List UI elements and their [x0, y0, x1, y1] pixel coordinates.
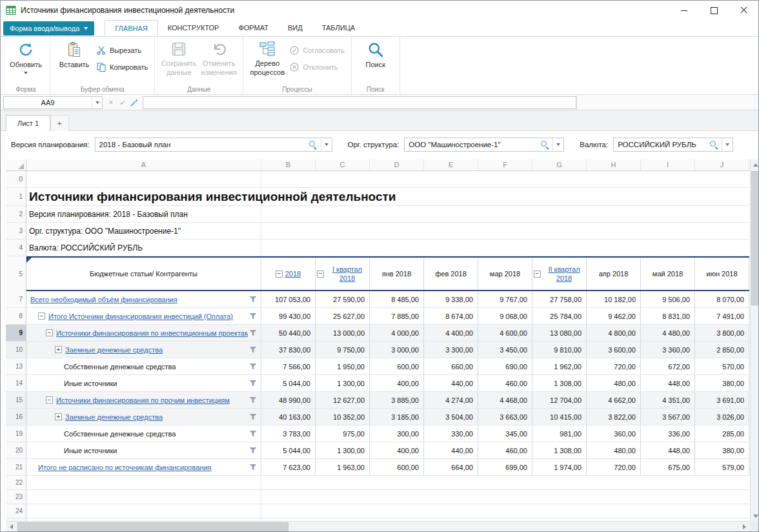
close-button[interactable] [729, 1, 758, 20]
column-header-A[interactable]: A [26, 159, 261, 170]
filter-icon[interactable] [249, 347, 257, 353]
value-cell[interactable]: 3 360,00 [641, 342, 695, 358]
value-cell[interactable]: 13 080,00 [532, 325, 587, 341]
value-cell[interactable]: 1 308,00 [532, 375, 587, 391]
value-cell[interactable]: 440,00 [424, 375, 478, 391]
value-cell[interactable]: 3 450,00 [478, 342, 532, 358]
value-cell[interactable]: 9 338,00 [424, 291, 478, 307]
expand-icon[interactable]: + [55, 346, 62, 353]
row-header[interactable]: 10 [6, 342, 26, 358]
value-cell[interactable]: 3 000,00 [370, 342, 424, 358]
row-header[interactable]: 9 [6, 325, 26, 341]
row-header[interactable]: 7 [6, 291, 26, 307]
value-cell[interactable]: 1 962,00 [532, 358, 587, 374]
select-all-corner[interactable] [6, 159, 26, 170]
add-sheet-tab[interactable]: + [50, 115, 68, 131]
value-cell[interactable]: 3 300,00 [424, 342, 478, 358]
refresh-button[interactable]: Обновить [6, 39, 46, 86]
row-header[interactable]: 20 [6, 442, 26, 458]
maximize-button[interactable] [699, 1, 729, 20]
chevron-down-icon[interactable] [321, 138, 332, 151]
header-cell[interactable]: −2018 [261, 258, 316, 290]
value-cell[interactable]: 440,00 [424, 442, 478, 458]
value-cell[interactable]: 300,00 [370, 425, 424, 442]
function-wizard-icon[interactable] [130, 98, 139, 107]
ribbon-tab[interactable]: ТАБЛИЦА [312, 20, 365, 36]
value-cell[interactable]: 27 758,00 [532, 291, 587, 307]
row-header[interactable]: 5 [6, 256, 26, 291]
collapse-icon[interactable]: − [46, 396, 53, 404]
value-cell[interactable]: 3 885,00 [370, 392, 424, 408]
chevron-down-icon[interactable] [92, 97, 102, 108]
row-label[interactable]: Источники финансирования по прочим инвес… [56, 396, 230, 404]
value-cell[interactable]: 448,00 [641, 442, 695, 458]
value-cell[interactable]: 27 590,00 [316, 291, 370, 307]
value-cell[interactable]: 330,00 [424, 425, 478, 442]
value-cell[interactable]: 448,00 [641, 375, 695, 391]
row-label-cell[interactable]: −Источники финансирования по инвестицион… [26, 325, 261, 341]
row-label[interactable]: Итого не расписано по источникам финанси… [38, 464, 212, 471]
header-cell[interactable]: −I квартал 2018 [316, 258, 370, 290]
cell[interactable] [261, 504, 749, 518]
value-cell[interactable]: 9 506,00 [641, 291, 695, 307]
scroll-down-icon[interactable] [751, 511, 759, 521]
row-label-cell[interactable]: Собственные денежные средства [26, 358, 261, 374]
currency-combo[interactable]: РОССИЙСКИЙ РУБЛЬ [613, 138, 733, 152]
row-header[interactable]: 23 [6, 490, 26, 504]
value-cell[interactable]: 13 000,00 [316, 325, 370, 341]
value-cell[interactable]: 720,00 [587, 459, 641, 475]
row-label[interactable]: Итого Источники финансирования инвестици… [48, 312, 233, 320]
row-label-cell[interactable]: Иные источники [26, 375, 261, 391]
cut-button[interactable]: Вырезать [94, 43, 150, 57]
value-cell[interactable]: 3 026,00 [695, 409, 749, 425]
row-header[interactable]: 3 [6, 223, 26, 239]
filter-icon[interactable] [249, 313, 257, 320]
row-header[interactable]: 24 [6, 504, 26, 518]
value-cell[interactable]: 1 300,00 [316, 442, 370, 458]
value-cell[interactable]: 675,00 [641, 459, 695, 475]
column-header-J[interactable]: J [695, 159, 749, 170]
collapse-icon[interactable]: − [38, 312, 45, 320]
value-cell[interactable]: 579,00 [695, 459, 749, 475]
filter-icon[interactable] [249, 414, 257, 420]
cell[interactable] [26, 476, 261, 489]
process-tree-button[interactable]: Дерево процессов [247, 39, 287, 86]
row-label[interactable]: Всего необходимый объём финансирования [30, 296, 177, 303]
value-cell[interactable]: 4 400,00 [424, 325, 478, 341]
value-cell[interactable]: 3 822,00 [587, 409, 641, 425]
value-cell[interactable]: 48 990,00 [261, 392, 316, 408]
cell[interactable] [261, 476, 749, 489]
row-label-cell[interactable]: +Заемные денежные средства [26, 409, 261, 425]
column-header-C[interactable]: C [316, 159, 370, 170]
value-cell[interactable]: 4 000,00 [370, 325, 424, 341]
scroll-left-icon[interactable] [6, 522, 16, 532]
value-cell[interactable]: 3 783,00 [261, 425, 316, 442]
value-cell[interactable]: 5 044,00 [261, 442, 316, 458]
row-header[interactable]: 14 [6, 375, 26, 391]
value-cell[interactable]: 25 784,00 [532, 308, 587, 324]
value-cell[interactable]: 3 691,00 [695, 392, 749, 408]
value-cell[interactable]: 3 185,00 [370, 409, 424, 425]
row-label-cell[interactable]: Итого не расписано по источникам финанси… [26, 459, 261, 475]
filter-icon[interactable] [249, 464, 257, 471]
filter-icon[interactable] [249, 363, 257, 370]
value-cell[interactable]: 10 182,00 [587, 291, 641, 307]
chevron-down-icon[interactable] [722, 138, 733, 151]
row-header[interactable]: 19 [6, 425, 26, 442]
row-header[interactable]: 13 [6, 358, 26, 374]
value-cell[interactable]: 480,00 [587, 442, 641, 458]
value-cell[interactable]: 380,00 [695, 442, 749, 458]
expand-icon[interactable]: + [55, 413, 62, 420]
value-cell[interactable]: 570,00 [695, 358, 749, 374]
column-header-E[interactable]: E [424, 159, 478, 170]
value-cell[interactable]: 981,00 [532, 425, 587, 442]
value-cell[interactable]: 7 885,00 [370, 308, 424, 324]
value-cell[interactable]: 1 963,00 [316, 459, 370, 475]
value-cell[interactable]: 40 163,00 [261, 409, 316, 425]
header-cell[interactable]: фев 2018 [424, 258, 478, 290]
row-label-cell[interactable]: Всего необходимый объём финансирования [26, 291, 261, 307]
row-header[interactable]: 1 [6, 188, 26, 205]
search-button[interactable]: Поиск [356, 39, 396, 86]
row-label[interactable]: Заемные денежные средства [65, 346, 163, 354]
value-cell[interactable]: 7 491,00 [695, 308, 749, 324]
